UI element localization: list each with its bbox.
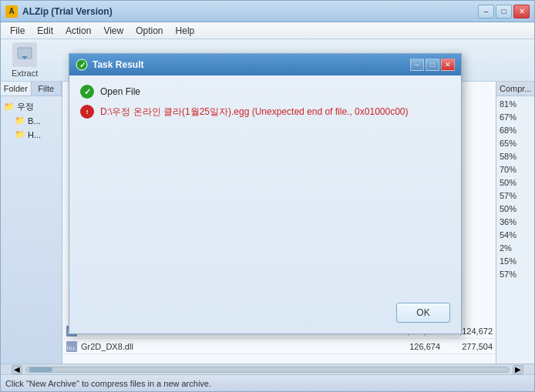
dialog-title-text: Task Result bbox=[93, 59, 410, 70]
ok-button[interactable]: OK bbox=[396, 303, 450, 323]
task-result-dialog: ✓ Task Result – □ ✕ ✓ Open File bbox=[69, 53, 462, 334]
error-message-text: D:\우정 온라인 클라(1월25일자).egg (Unexpected end… bbox=[100, 106, 409, 119]
dialog-minimize-button[interactable]: – bbox=[410, 59, 424, 71]
task-result-icon: ✓ bbox=[76, 59, 88, 71]
dialog-title-icon: ✓ bbox=[76, 59, 88, 71]
dialog-close-button[interactable]: ✕ bbox=[441, 59, 455, 71]
dialog-controls: – □ ✕ bbox=[410, 59, 455, 71]
dialog-overlay: ✓ Task Result – □ ✕ ✓ Open File bbox=[1, 1, 534, 391]
success-message-row: ✓ Open File bbox=[80, 85, 450, 99]
dialog-maximize-button[interactable]: □ bbox=[426, 59, 439, 71]
dialog-footer: OK bbox=[69, 297, 461, 333]
dialog-content: ✓ Open File ! D:\우정 온라인 클라(1월25일자).egg (… bbox=[69, 75, 461, 297]
dialog-title-bar: ✓ Task Result – □ ✕ bbox=[69, 54, 461, 75]
success-message-text: Open File bbox=[100, 86, 140, 97]
main-window: A ALZip (Trial Version) – □ ✕ File Edit … bbox=[0, 0, 535, 392]
error-message-row: ! D:\우정 온라인 클라(1월25일자).egg (Unexpected e… bbox=[80, 105, 450, 119]
svg-text:✓: ✓ bbox=[79, 61, 86, 69]
error-icon: ! bbox=[80, 105, 94, 119]
success-icon: ✓ bbox=[80, 85, 94, 99]
